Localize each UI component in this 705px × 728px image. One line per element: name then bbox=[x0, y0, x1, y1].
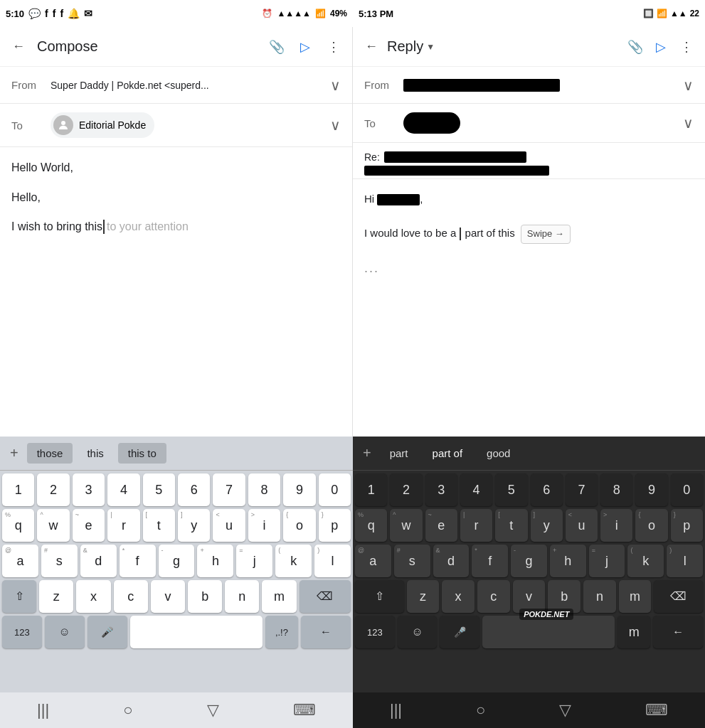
nav-back-left[interactable]: ||| bbox=[37, 701, 49, 719]
recipient-chip[interactable]: Editorial Pokde bbox=[51, 112, 154, 138]
reply-from-value[interactable] bbox=[403, 79, 683, 92]
key-p[interactable]: }p bbox=[319, 509, 351, 542]
send-button[interactable]: ▷ bbox=[295, 37, 315, 57]
key-7[interactable]: 7 bbox=[213, 473, 245, 506]
nav-keyboard-right[interactable]: ⌨ bbox=[645, 701, 668, 719]
key-v[interactable]: v bbox=[151, 580, 185, 613]
reply-attach-icon[interactable]: 📎 bbox=[625, 37, 645, 57]
dark-key-v[interactable]: v POKDE.NET bbox=[513, 580, 546, 613]
key-l[interactable]: )l bbox=[314, 545, 351, 577]
key-k[interactable]: (k bbox=[275, 545, 312, 577]
dark-key-6[interactable]: 6 bbox=[531, 473, 563, 506]
dark-key-q[interactable]: %q bbox=[355, 509, 387, 542]
dark-key-5[interactable]: 5 bbox=[495, 473, 527, 506]
key-x[interactable]: x bbox=[76, 580, 110, 613]
suggestion-this[interactable]: this bbox=[77, 443, 113, 464]
dark-key-k[interactable]: (k bbox=[627, 545, 664, 577]
dark-key-space[interactable] bbox=[482, 616, 615, 648]
dark-key-m2[interactable]: m bbox=[617, 616, 650, 648]
key-emoji[interactable]: ☺ bbox=[45, 616, 85, 648]
attach-icon[interactable]: 📎 bbox=[267, 37, 287, 57]
reply-back-button[interactable]: ← bbox=[361, 37, 381, 57]
reply-more-options[interactable]: ⋮ bbox=[677, 37, 696, 57]
dark-key-z[interactable]: z bbox=[407, 580, 440, 613]
suggestion-part-of[interactable]: part of bbox=[423, 443, 473, 464]
plus-icon-light[interactable]: + bbox=[6, 445, 23, 461]
key-8[interactable]: 8 bbox=[248, 473, 280, 506]
more-options-button[interactable]: ⋮ bbox=[324, 37, 344, 57]
swipe-suggestion[interactable]: Swipe → bbox=[521, 225, 571, 244]
key-i[interactable]: >i bbox=[248, 509, 280, 542]
nav-home-right[interactable]: ○ bbox=[476, 701, 485, 719]
reply-to-dropdown[interactable]: ∨ bbox=[683, 114, 694, 132]
key-enter[interactable]: ← bbox=[301, 616, 351, 648]
key-h[interactable]: +h bbox=[197, 545, 233, 577]
key-3[interactable]: 3 bbox=[73, 473, 105, 506]
dark-key-7[interactable]: 7 bbox=[566, 473, 598, 506]
suggestion-those[interactable]: those bbox=[27, 443, 73, 464]
plus-icon-dark[interactable]: + bbox=[359, 445, 376, 461]
dark-key-d[interactable]: &d bbox=[433, 545, 470, 577]
reply-from-dropdown[interactable]: ∨ bbox=[683, 77, 694, 94]
dark-key-e[interactable]: ~e bbox=[425, 509, 457, 542]
reply-to-value[interactable] bbox=[403, 112, 683, 134]
key-123[interactable]: 123 bbox=[2, 616, 42, 648]
nav-recents-left[interactable]: ▽ bbox=[207, 701, 219, 719]
key-shift[interactable]: ⇧ bbox=[2, 580, 36, 613]
key-s[interactable]: #s bbox=[41, 545, 78, 577]
key-space[interactable] bbox=[130, 616, 263, 648]
key-d[interactable]: &d bbox=[80, 545, 117, 577]
key-punctuation[interactable]: ,.!? bbox=[265, 616, 299, 648]
dark-key-r[interactable]: |r bbox=[460, 509, 492, 542]
dark-key-4[interactable]: 4 bbox=[460, 473, 492, 506]
reply-body[interactable]: Hi , I would love to be a part of this S… bbox=[353, 179, 705, 437]
dark-key-9[interactable]: 9 bbox=[635, 473, 667, 506]
dark-key-p[interactable]: }p bbox=[671, 509, 703, 542]
dark-key-3[interactable]: 3 bbox=[425, 473, 457, 506]
key-6[interactable]: 6 bbox=[178, 473, 210, 506]
key-2[interactable]: 2 bbox=[37, 473, 69, 506]
dark-key-8[interactable]: 8 bbox=[600, 473, 632, 506]
dark-key-m[interactable]: m bbox=[619, 580, 652, 613]
from-dropdown-icon[interactable]: ∨ bbox=[330, 77, 341, 94]
key-4[interactable]: 4 bbox=[107, 473, 139, 506]
dark-key-c[interactable]: c bbox=[477, 580, 510, 613]
nav-recents-right[interactable]: ▽ bbox=[559, 701, 571, 719]
dark-key-delete[interactable]: ⌫ bbox=[654, 580, 703, 613]
key-u[interactable]: <u bbox=[213, 509, 245, 542]
suggestion-this-to[interactable]: this to bbox=[118, 443, 166, 464]
compose-body[interactable]: Hello World, Hello, I wish to bring this… bbox=[0, 147, 352, 437]
dark-key-u[interactable]: <u bbox=[566, 509, 598, 542]
suggestion-part[interactable]: part bbox=[380, 443, 418, 464]
dark-key-o[interactable]: {o bbox=[635, 509, 667, 542]
key-j[interactable]: =j bbox=[236, 545, 272, 577]
key-z[interactable]: z bbox=[39, 580, 73, 613]
key-w[interactable]: ^w bbox=[37, 509, 69, 542]
key-n[interactable]: n bbox=[225, 580, 259, 613]
key-f[interactable]: *f bbox=[120, 545, 156, 577]
dark-key-0[interactable]: 0 bbox=[671, 473, 703, 506]
reply-send-button[interactable]: ▷ bbox=[651, 37, 671, 57]
dark-key-l[interactable]: )l bbox=[667, 545, 703, 577]
dark-key-123[interactable]: 123 bbox=[355, 616, 395, 648]
reply-dropdown-icon[interactable]: ▼ bbox=[426, 42, 435, 52]
to-dropdown-icon[interactable]: ∨ bbox=[330, 117, 341, 134]
dark-key-2[interactable]: 2 bbox=[390, 473, 422, 506]
dark-key-emoji[interactable]: ☺ bbox=[398, 616, 438, 648]
key-mic[interactable]: 🎤 bbox=[88, 616, 127, 648]
dark-key-enter[interactable]: ← bbox=[653, 616, 703, 648]
nav-keyboard-left[interactable]: ⌨ bbox=[293, 701, 316, 719]
key-1[interactable]: 1 bbox=[2, 473, 34, 506]
dark-key-w[interactable]: ^w bbox=[390, 509, 422, 542]
from-value[interactable]: Super Daddy | Pokde.net <superd... bbox=[51, 80, 330, 91]
key-y[interactable]: ]y bbox=[178, 509, 210, 542]
key-a[interactable]: @a bbox=[2, 545, 38, 577]
dark-key-x[interactable]: x bbox=[442, 580, 475, 613]
key-q[interactable]: %q bbox=[2, 509, 34, 542]
nav-back-right[interactable]: ||| bbox=[390, 701, 402, 719]
key-9[interactable]: 9 bbox=[283, 473, 315, 506]
dark-key-mic[interactable]: 🎤 bbox=[440, 616, 479, 648]
dark-key-1[interactable]: 1 bbox=[355, 473, 387, 506]
key-m[interactable]: m bbox=[262, 580, 296, 613]
dark-key-j[interactable]: =j bbox=[589, 545, 625, 577]
